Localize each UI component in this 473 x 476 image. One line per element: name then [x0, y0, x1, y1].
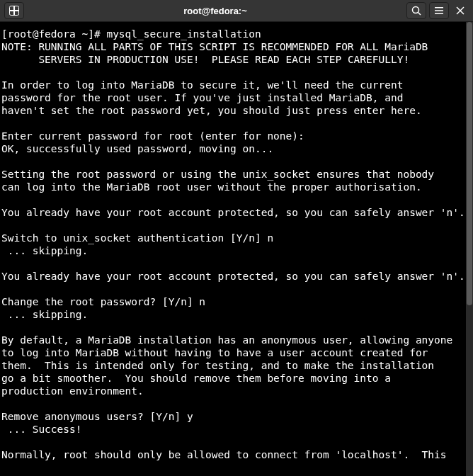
- svg-rect-5: [435, 7, 443, 8]
- scrollbar[interactable]: [466, 22, 473, 476]
- svg-point-3: [413, 7, 419, 13]
- close-button[interactable]: [450, 2, 470, 19]
- menu-button[interactable]: [429, 2, 449, 19]
- close-icon: [456, 6, 465, 15]
- titlebar: root@fedora:~: [0, 0, 473, 22]
- terminal-output[interactable]: [root@fedora ~]# mysql_secure_installati…: [0, 22, 473, 467]
- hamburger-icon: [434, 6, 444, 16]
- titlebar-right: [405, 2, 470, 19]
- svg-rect-6: [435, 10, 443, 11]
- svg-rect-1: [10, 10, 18, 11]
- plus-icon: [9, 6, 19, 16]
- search-button[interactable]: [406, 2, 426, 19]
- svg-rect-7: [435, 13, 443, 15]
- search-icon: [411, 6, 421, 16]
- window-title: root@fedora:~: [25, 6, 405, 16]
- new-tab-button[interactable]: [4, 2, 24, 19]
- titlebar-left: [3, 2, 25, 19]
- svg-line-4: [418, 13, 421, 16]
- scrollbar-thumb[interactable]: [467, 22, 472, 305]
